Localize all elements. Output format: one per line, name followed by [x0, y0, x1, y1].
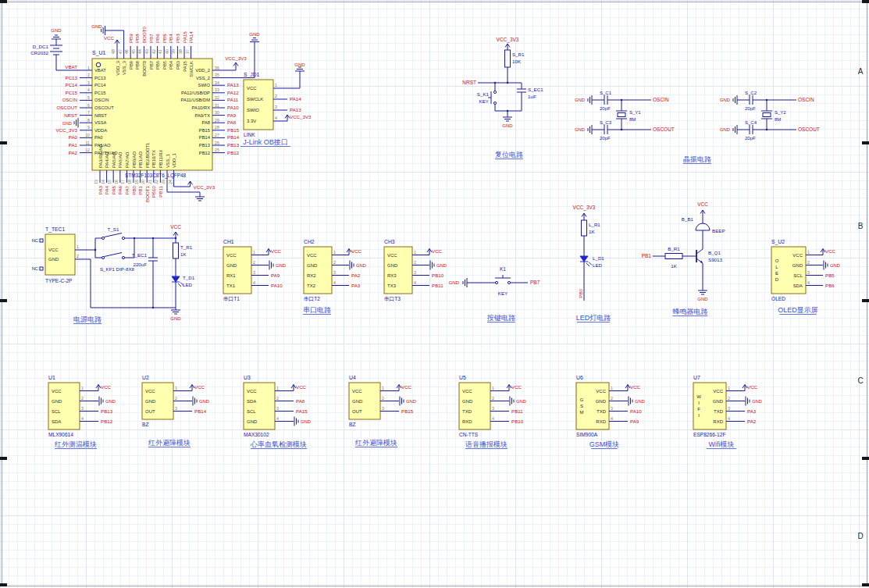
net-label: PB7: [148, 34, 154, 43]
net-label: OSCIN: [798, 97, 814, 102]
pin-name: RX2: [307, 273, 316, 278]
led-triangle[interactable]: [172, 276, 180, 282]
wire: [696, 249, 703, 254]
pin-number: 11: [86, 141, 90, 145]
pin-number: 3: [81, 406, 84, 411]
zone-tick: [0, 299, 7, 302]
pin-number: 44: [137, 49, 142, 54]
net-label: PB13: [101, 408, 113, 414]
value: 1K: [180, 251, 187, 257]
net-label: PA9: [271, 273, 280, 278]
pin-number: 4: [253, 280, 255, 285]
crystal-group: GNDS_C120pFOSCINGNDS_C320pFOSCOUTS_Y18M: [575, 91, 675, 141]
designator: T_S1: [108, 226, 119, 232]
section-title: 红外避障模块: [354, 439, 397, 447]
net-label: OSCOUT: [798, 127, 820, 132]
resistor[interactable]: [173, 243, 179, 258]
pin-number: 1: [611, 386, 613, 390]
junction-dot: [152, 237, 154, 239]
power-circuit: T_TEC1TYPE-C-2PNCNCVCCGND12T_S1S_KF1 DIP…: [32, 224, 195, 321]
net-label: PA10: [227, 105, 239, 110]
designator: K1: [500, 266, 506, 272]
section-title-text: 红外测温模块: [54, 440, 97, 448]
pin-number: 2: [807, 260, 810, 265]
gnd-label: GND: [502, 123, 513, 128]
net-label: PB4: [168, 34, 173, 43]
part-name: MAX30102: [244, 432, 269, 437]
pin-name: VCC: [352, 389, 362, 394]
gnd-label: GND: [356, 263, 366, 268]
power-label: VCC: [630, 384, 641, 390]
power-label: VCC: [747, 384, 758, 390]
net-label: PB0: [578, 288, 583, 298]
part-name: 串口T3: [384, 296, 401, 302]
wire: [178, 283, 181, 287]
buzzer-icon[interactable]: [696, 223, 710, 230]
net-label: PB8: [134, 34, 140, 43]
led-circuit: VCC_3V3L_R11KL_D1LEDPB0: [573, 205, 605, 301]
pin-number: 7: [87, 110, 90, 115]
pin-name: SWCLK: [189, 61, 194, 77]
net-label: PA3: [98, 185, 103, 194]
pin-number: 15: [107, 180, 112, 184]
schematic-canvas[interactable]: ABCDS_U1STM32F103C8T6_LQFP481VBATVBAT2PC…: [0, 0, 869, 588]
side-label: F: [697, 407, 700, 412]
pin-number: 2: [382, 396, 384, 401]
net-label: PB14: [194, 408, 207, 414]
pin-name: PB8: [135, 61, 140, 69]
junction-dot: [507, 82, 508, 84]
capacitor: [750, 95, 753, 105]
designator: S_U1: [92, 50, 106, 56]
value: 20pF: [600, 106, 611, 111]
gnd-label: GND: [406, 399, 416, 404]
pin-number: 1: [81, 386, 84, 390]
pin-name: VCC: [387, 253, 397, 258]
side-label: D: [775, 277, 779, 282]
net-label: NRST: [462, 80, 476, 85]
module-u7: U7ESP8266-12FWIFI1VCCVCC2GNDGND3TXDPA34R…: [693, 375, 762, 437]
part-name: OLED: [771, 296, 785, 301]
value: 8M: [629, 117, 636, 122]
component-body-T_TEC1[interactable]: [45, 234, 75, 275]
resistor[interactable]: [505, 50, 511, 67]
pin-number: 4: [87, 87, 90, 92]
pin-name: 3.3V: [247, 119, 256, 123]
resistor[interactable]: [582, 220, 587, 236]
pin-number: 3: [807, 270, 810, 275]
net-label: PA10: [271, 283, 283, 288]
section-title: OLED显示屏: [778, 306, 818, 315]
zone-tick: [862, 141, 869, 144]
module-ch2: CH2串口T21VCCVCC2GNDGND3RX2PA24TX2PA3: [304, 239, 366, 302]
pin-number: 10: [85, 133, 90, 137]
nc-label: NC: [32, 238, 38, 243]
wire: [86, 238, 102, 250]
capacitor: [604, 125, 607, 134]
pin-name: TX2: [307, 283, 316, 288]
pin-name: VCC: [462, 389, 472, 394]
power-label: VCC_3V3: [497, 37, 519, 43]
led-triangle[interactable]: [580, 256, 588, 262]
designator: S_U2: [771, 239, 785, 245]
pin-number: 2: [175, 396, 177, 401]
pin-name: OUT: [352, 409, 362, 414]
pin-name: SWIO: [198, 83, 211, 87]
net-label: PA0: [69, 134, 78, 140]
gnd-label: GND: [51, 28, 62, 33]
pin-number: 25: [215, 148, 219, 152]
designator: U7: [693, 375, 700, 380]
designator: S_JD1: [244, 72, 260, 78]
crystal-body[interactable]: [618, 113, 625, 117]
section-title-text: 晶振电路: [683, 155, 711, 163]
key-circuit: GNDK1KEYPB7: [449, 266, 540, 296]
designator: T_D1: [183, 275, 195, 280]
pin-name: GND: [48, 257, 59, 262]
resistor[interactable]: [665, 254, 682, 259]
reset-circuit: VCC_3V3S_R110KNRSTS_K1KEYS_EC11uFGND: [462, 37, 543, 128]
crystal-body[interactable]: [763, 113, 771, 117]
designator: D_DC1: [33, 44, 49, 49]
net-label: PA2: [69, 150, 78, 155]
zone-tick: [862, 0, 869, 3]
pin-number: 23: [161, 180, 166, 184]
gnd-label: GND: [830, 263, 840, 268]
pin-number: 20: [141, 180, 145, 184]
